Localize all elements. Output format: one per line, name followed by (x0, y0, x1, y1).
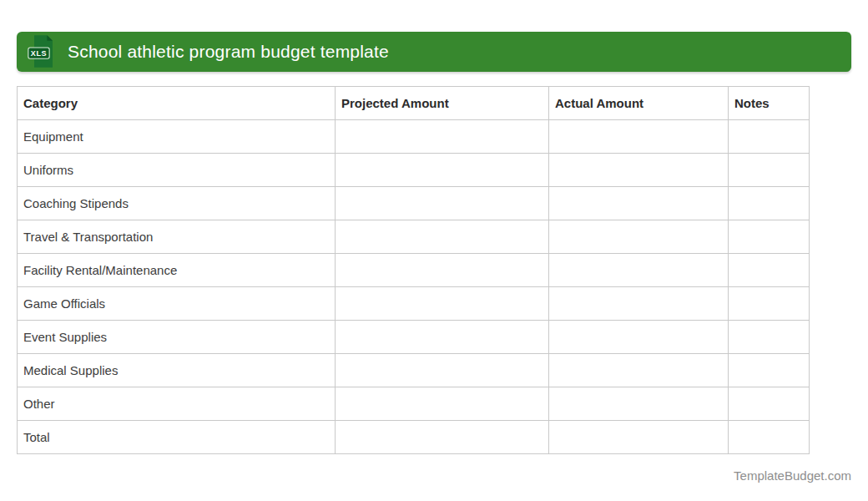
actual-amount-cell (549, 354, 729, 387)
actual-amount-cell (549, 287, 729, 321)
projected-amount-cell (336, 220, 549, 254)
projected-amount-cell (336, 120, 549, 154)
table-header-row: Category Projected Amount Actual Amount … (18, 87, 810, 120)
notes-cell (729, 354, 810, 387)
table-row: Game Officials (18, 287, 810, 321)
notes-cell (729, 120, 810, 154)
notes-cell (729, 287, 810, 321)
projected-amount-cell (336, 154, 549, 187)
notes-cell (729, 421, 810, 454)
column-header-notes: Notes (729, 87, 810, 120)
xls-badge-label: XLS (31, 49, 48, 58)
table-row: Equipment (18, 120, 810, 154)
page-title: School athletic program budget template (68, 42, 389, 62)
table-row: Other (18, 387, 810, 421)
projected-amount-cell (336, 387, 549, 421)
category-cell: Uniforms (18, 154, 336, 187)
table-row: Uniforms (18, 154, 810, 187)
column-header-projected-amount: Projected Amount (336, 87, 549, 120)
actual-amount-cell (549, 254, 729, 287)
actual-amount-cell (549, 120, 729, 154)
column-header-actual-amount: Actual Amount (549, 87, 729, 120)
table-row: Medical Supplies (18, 354, 810, 387)
notes-cell (729, 154, 810, 187)
projected-amount-cell (336, 287, 549, 321)
site-watermark: TemplateBudget.com (734, 468, 851, 483)
category-cell: Event Supplies (18, 321, 336, 354)
notes-cell (729, 220, 810, 254)
projected-amount-cell (336, 421, 549, 454)
table-row-total: Total (18, 421, 810, 454)
category-cell: Coaching Stipends (18, 187, 336, 220)
category-cell: Equipment (18, 120, 336, 154)
notes-cell (729, 187, 810, 220)
actual-amount-cell (549, 321, 729, 354)
category-cell: Other (18, 387, 336, 421)
actual-amount-cell (549, 421, 729, 454)
title-banner: XLS School athletic program budget templ… (17, 32, 851, 72)
notes-cell (729, 254, 810, 287)
notes-cell (729, 321, 810, 354)
table-row: Event Supplies (18, 321, 810, 354)
column-header-category: Category (18, 87, 336, 120)
category-cell: Facility Rental/Maintenance (18, 254, 336, 287)
actual-amount-cell (549, 187, 729, 220)
actual-amount-cell (549, 387, 729, 421)
projected-amount-cell (336, 354, 549, 387)
category-cell: Total (18, 421, 336, 454)
projected-amount-cell (336, 187, 549, 220)
category-cell: Medical Supplies (18, 354, 336, 387)
table-row: Facility Rental/Maintenance (18, 254, 810, 287)
actual-amount-cell (549, 154, 729, 187)
xls-file-icon: XLS (25, 33, 62, 70)
actual-amount-cell (549, 220, 729, 254)
table-row: Coaching Stipends (18, 187, 810, 220)
category-cell: Travel & Transportation (18, 220, 336, 254)
table-row: Travel & Transportation (18, 220, 810, 254)
notes-cell (729, 387, 810, 421)
budget-table: Category Projected Amount Actual Amount … (17, 86, 810, 454)
projected-amount-cell (336, 321, 549, 354)
category-cell: Game Officials (18, 287, 336, 321)
projected-amount-cell (336, 254, 549, 287)
